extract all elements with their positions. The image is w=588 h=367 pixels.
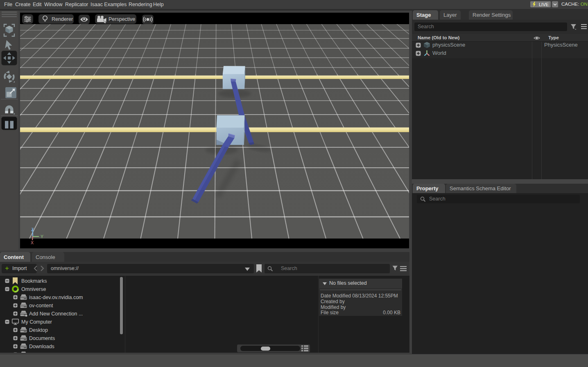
svg-text:LIVE: LIVE	[539, 2, 549, 7]
svg-text:Y: Y	[41, 234, 43, 239]
svg-text:X: X	[31, 240, 34, 245]
svg-text:Z: Z	[31, 227, 34, 232]
